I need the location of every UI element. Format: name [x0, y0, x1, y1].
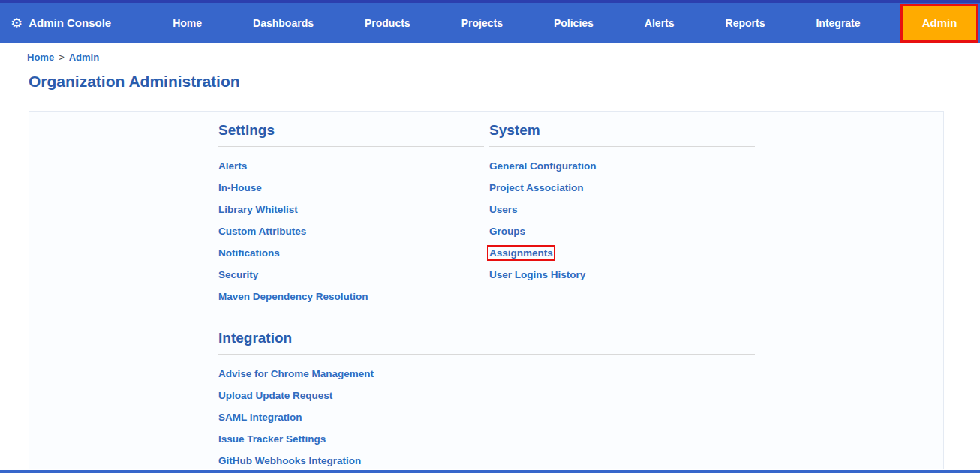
- admin-panel: Settings Alerts In-House Library Whiteli…: [29, 111, 944, 469]
- settings-link-list: Alerts In-House Library Whitelist Custom…: [218, 158, 484, 304]
- link-custom-attributes[interactable]: Custom Attributes: [218, 226, 306, 237]
- integration-link-list: Advise for Chrome Management Upload Upda…: [218, 366, 484, 473]
- bottom-edge-strip: [0, 470, 980, 473]
- list-item: Advise for Chrome Management: [218, 366, 484, 381]
- nav-item-products[interactable]: Products: [339, 17, 436, 29]
- title-divider: [29, 100, 948, 100]
- brand-label: Admin Console: [29, 16, 111, 29]
- list-item: In-House: [218, 180, 484, 195]
- brand[interactable]: ⚙ Admin Console: [11, 16, 111, 30]
- nav-item-alerts[interactable]: Alerts: [619, 17, 700, 29]
- link-github-webhooks-integration[interactable]: GitHub Webhooks Integration: [218, 455, 361, 466]
- system-heading: System: [489, 122, 755, 147]
- link-advise-for-chrome-management[interactable]: Advise for Chrome Management: [218, 368, 374, 379]
- link-users[interactable]: Users: [489, 204, 518, 215]
- nav-item-dashboards[interactable]: Dashboards: [227, 17, 339, 29]
- list-item: Notifications: [218, 245, 484, 260]
- link-library-whitelist[interactable]: Library Whitelist: [218, 204, 298, 215]
- nav-item-projects[interactable]: Projects: [436, 17, 528, 29]
- breadcrumb: Home>Admin: [0, 43, 980, 65]
- link-groups[interactable]: Groups: [489, 226, 525, 237]
- list-item: Assignments: [489, 245, 755, 260]
- list-item: Users: [489, 202, 755, 217]
- link-alerts[interactable]: Alerts: [218, 160, 247, 172]
- link-project-association[interactable]: Project Association: [489, 182, 584, 193]
- list-item: Library Whitelist: [218, 202, 484, 217]
- link-saml-integration[interactable]: SAML Integration: [218, 412, 302, 423]
- system-section: System General Configuration Project Ass…: [489, 122, 755, 310]
- list-item: Security: [218, 267, 484, 282]
- link-issue-tracker-settings[interactable]: Issue Tracker Settings: [218, 433, 326, 445]
- list-item: GitHub Webhooks Integration: [218, 453, 484, 468]
- list-item: Upload Update Request: [218, 388, 484, 403]
- integration-heading: Integration: [218, 330, 755, 355]
- list-item: General Configuration: [489, 158, 755, 173]
- link-upload-update-request[interactable]: Upload Update Request: [218, 390, 332, 401]
- top-nav: Home Dashboards Products Projects Polici…: [147, 17, 885, 29]
- system-link-list: General Configuration Project Associatio…: [489, 158, 755, 282]
- link-general-configuration[interactable]: General Configuration: [489, 160, 597, 172]
- link-maven-dependency-resolution[interactable]: Maven Dependency Resolution: [218, 291, 368, 302]
- list-item: Groups: [489, 223, 755, 238]
- list-item: Issue Tracker Settings: [218, 431, 484, 446]
- link-in-house[interactable]: In-House: [218, 182, 262, 193]
- integration-section: Integration Advise for Chrome Management…: [218, 330, 755, 473]
- gear-icon: ⚙: [11, 16, 23, 30]
- breadcrumb-admin[interactable]: Admin: [69, 52, 99, 63]
- link-security[interactable]: Security: [218, 269, 258, 280]
- link-user-logins-history[interactable]: User Logins History: [489, 269, 585, 280]
- list-item: Custom Attributes: [218, 223, 484, 238]
- admin-sections-grid: Settings Alerts In-House Library Whiteli…: [218, 122, 943, 473]
- link-assignments[interactable]: Assignments: [489, 247, 553, 259]
- page-title: Organization Administration: [29, 73, 980, 91]
- admin-button[interactable]: Admin: [900, 4, 978, 43]
- list-item: User Logins History: [489, 267, 755, 282]
- breadcrumb-home[interactable]: Home: [27, 52, 54, 63]
- nav-item-home[interactable]: Home: [147, 17, 227, 29]
- settings-section: Settings Alerts In-House Library Whiteli…: [218, 122, 484, 310]
- list-item: SAML Integration: [218, 409, 484, 424]
- nav-item-reports[interactable]: Reports: [700, 17, 791, 29]
- list-item: Maven Dependency Resolution: [218, 289, 484, 304]
- nav-item-policies[interactable]: Policies: [528, 17, 619, 29]
- nav-item-integrate[interactable]: Integrate: [790, 17, 885, 29]
- list-item: Project Association: [489, 180, 755, 195]
- top-nav-bar: ⚙ Admin Console Home Dashboards Products…: [0, 0, 980, 43]
- breadcrumb-separator: >: [59, 52, 65, 63]
- link-notifications[interactable]: Notifications: [218, 247, 280, 259]
- list-item: Alerts: [218, 158, 484, 173]
- settings-heading: Settings: [218, 122, 484, 147]
